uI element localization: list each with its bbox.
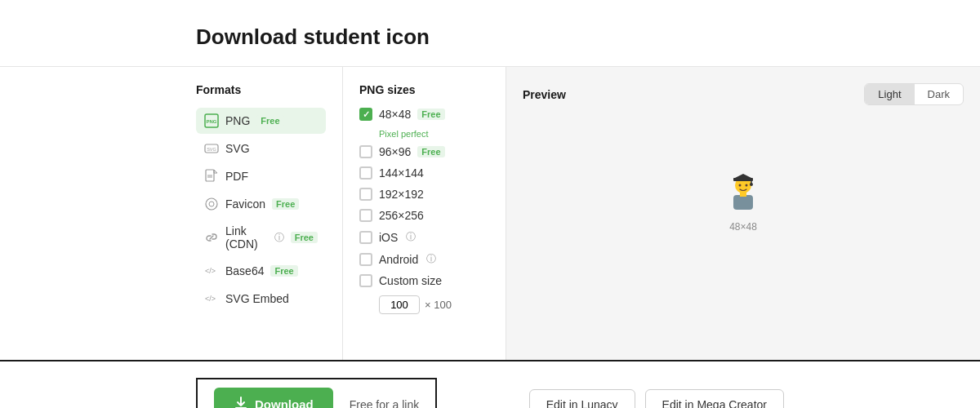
preview-header: Preview Light Dark — [523, 83, 964, 105]
size-item-android[interactable]: Android ⓘ — [359, 252, 489, 266]
bottom-right-actions: Edit in Lunacy Edit in Mega Creator — [529, 389, 784, 409]
svg-rect-16 — [733, 195, 753, 210]
page-container: Download student icon Formats PNG PNG Fr… — [0, 0, 980, 408]
theme-toggle: Light Dark — [864, 83, 964, 105]
format-label-pdf: PDF — [225, 170, 248, 183]
size-checkbox-144[interactable] — [359, 166, 372, 180]
size-label-144: 144×144 — [379, 166, 424, 180]
format-badge-png: Free — [256, 115, 283, 126]
favicon-icon — [204, 197, 219, 211]
size-checkbox-android[interactable] — [359, 253, 372, 266]
size-item-ios[interactable]: iOS ⓘ — [359, 230, 489, 244]
student-icon-svg — [719, 167, 768, 216]
svg-point-19 — [746, 184, 748, 187]
size-badge-48: Free — [417, 109, 444, 120]
link-info-icon: ⓘ — [274, 231, 284, 245]
format-label-base64: Base64 — [225, 264, 264, 277]
ios-info-icon: ⓘ — [406, 230, 416, 244]
format-item-png[interactable]: PNG PNG Free — [196, 108, 326, 134]
preview-icon-container — [719, 167, 768, 216]
preview-label: Preview — [523, 88, 566, 101]
sizes-column: PNG sizes 48×48 Free Pixel perfect 96×96… — [343, 67, 506, 360]
base64-icon: </> — [204, 264, 219, 278]
size-checkbox-256[interactable] — [359, 209, 372, 222]
size-checkbox-48[interactable] — [359, 108, 372, 121]
size-checkbox-custom[interactable] — [359, 274, 372, 287]
download-label: Download — [255, 397, 314, 408]
size-item-192[interactable]: 192×192 — [359, 188, 489, 201]
svg-text:PNG: PNG — [206, 119, 216, 124]
svg-point-15 — [750, 183, 753, 186]
size-item-144[interactable]: 144×144 — [359, 166, 489, 180]
download-button[interactable]: Download — [214, 388, 333, 408]
size-checkbox-192[interactable] — [359, 188, 372, 201]
size-label-android: Android — [379, 253, 418, 266]
svg-text:</>: </> — [205, 267, 216, 275]
size-label-256: 256×256 — [379, 209, 424, 222]
edit-lunacy-button[interactable]: Edit in Lunacy — [529, 389, 635, 409]
format-item-link[interactable]: Link (CDN) ⓘ Free — [196, 219, 326, 256]
format-badge-favicon: Free — [272, 198, 299, 210]
size-item-96[interactable]: 96×96 Free — [359, 145, 489, 158]
format-badge-link: Free — [291, 232, 318, 243]
custom-size-width-input[interactable] — [379, 295, 420, 314]
custom-size-row: × 100 — [379, 295, 489, 314]
android-info-icon: ⓘ — [426, 252, 436, 266]
svg-marker-13 — [733, 174, 753, 179]
svg-text:</>: </> — [205, 295, 216, 303]
size-item-custom[interactable]: Custom size — [359, 274, 489, 287]
format-item-svgembed[interactable]: </> SVG Embed — [196, 286, 326, 312]
size-checkbox-ios[interactable] — [359, 231, 372, 244]
format-item-svg[interactable]: SVG SVG — [196, 135, 326, 162]
format-label-favicon: Favicon — [225, 197, 265, 211]
pdf-icon — [204, 169, 219, 184]
free-link-text: Free for a link — [350, 398, 420, 409]
theme-btn-light[interactable]: Light — [865, 84, 914, 104]
format-item-favicon[interactable]: Favicon Free — [196, 191, 326, 217]
format-badge-base64: Free — [270, 265, 297, 277]
png-icon: PNG — [204, 113, 219, 128]
size-label-custom: Custom size — [379, 274, 442, 287]
size-checkbox-96[interactable] — [359, 145, 372, 158]
size-label-ios: iOS — [379, 231, 398, 244]
svg-point-8 — [209, 202, 214, 206]
formats-column: Formats PNG PNG Free SVG — [196, 67, 343, 360]
svgembed-icon: </> — [204, 291, 219, 306]
bottom-left-actions: Download Free for a link — [196, 378, 437, 408]
format-label-link: Link (CDN) — [225, 224, 266, 251]
svg-point-7 — [206, 198, 217, 210]
format-item-base64[interactable]: </> Base64 Free — [196, 258, 326, 284]
download-arrow-icon — [234, 396, 248, 408]
preview-area: 48×48 — [523, 118, 964, 282]
size-label-192: 192×192 — [379, 188, 424, 201]
svg-rect-17 — [740, 192, 746, 197]
link-icon — [204, 230, 219, 245]
theme-btn-dark[interactable]: Dark — [915, 84, 963, 104]
preview-size-label: 48×48 — [729, 221, 757, 233]
format-label-png: PNG — [225, 114, 250, 127]
size-item-256[interactable]: 256×256 — [359, 209, 489, 222]
svg-point-18 — [739, 184, 742, 187]
pixel-perfect-label: Pixel perfect — [379, 129, 489, 139]
size-label-96: 96×96 — [379, 145, 411, 158]
sizes-header: PNG sizes — [359, 83, 489, 96]
size-badge-96: Free — [417, 146, 444, 157]
custom-size-separator: × 100 — [425, 299, 452, 311]
format-item-pdf[interactable]: PDF — [196, 163, 326, 189]
svg-text:SVG: SVG — [207, 147, 216, 152]
bottom-bar: Download Free for a link Edit in Lunacy … — [0, 360, 980, 408]
svg-icon: SVG — [204, 141, 219, 156]
format-label-svgembed: SVG Embed — [225, 292, 289, 305]
edit-mega-creator-button[interactable]: Edit in Mega Creator — [645, 389, 784, 409]
format-label-svg: SVG — [225, 142, 250, 155]
size-label-48: 48×48 — [379, 108, 411, 121]
size-item-48[interactable]: 48×48 Free — [359, 108, 489, 121]
formats-header: Formats — [196, 83, 326, 96]
preview-column: Preview Light Dark — [506, 67, 980, 360]
main-content: Formats PNG PNG Free SVG — [0, 66, 980, 360]
page-title: Download student icon — [0, 0, 980, 66]
